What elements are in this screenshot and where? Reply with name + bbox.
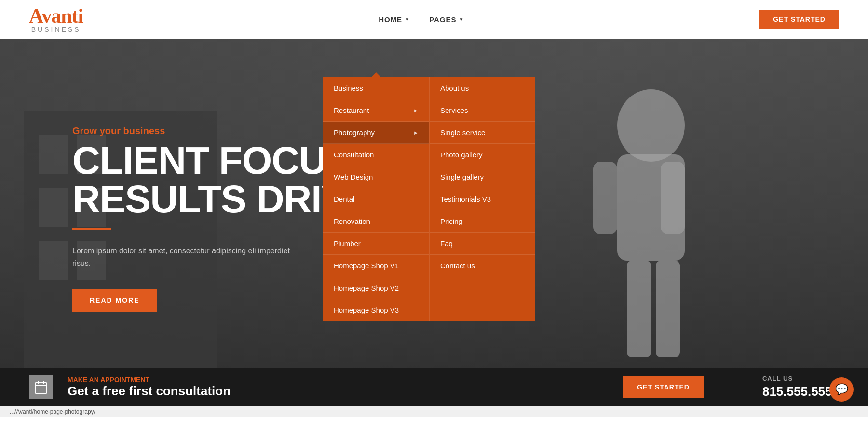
svg-rect-11: [656, 261, 680, 357]
svg-rect-4: [39, 188, 68, 227]
phone-number: 815.555.5555: [762, 384, 839, 399]
nav-pages[interactable]: PAGES ▼: [429, 15, 464, 24]
status-bar: .../Avanti/home-page-photograpy/: [0, 406, 868, 417]
dropdown-menu: Business Restaurant ► Photography ► Cons…: [323, 77, 535, 321]
bottom-get-started-button[interactable]: GET STARTED: [623, 376, 704, 398]
svg-point-8: [617, 89, 685, 162]
call-area: CALL US 815.555.5555: [762, 375, 839, 399]
appointment-label: Make an appointment: [68, 376, 608, 384]
dropdown-arrow-icon: [371, 72, 381, 77]
dropdown-arrow-photography: ►: [413, 130, 419, 136]
hero-content: Grow your business CLIENT FOCUS RESULTS …: [72, 125, 352, 312]
read-more-button[interactable]: READ MORE: [72, 289, 157, 312]
svg-rect-2: [39, 135, 68, 174]
svg-rect-13: [661, 162, 685, 234]
bottom-bar-divider: [733, 375, 733, 399]
hero-title-line1: CLIENT FOCUS: [72, 141, 352, 180]
dropdown-item-shop-v2[interactable]: Homepage Shop V2: [323, 277, 429, 299]
get-started-button[interactable]: GET STARTED: [760, 10, 839, 29]
dropdown-sub-services[interactable]: Services: [430, 99, 535, 122]
hero-section: Grow your business CLIENT FOCUS RESULTS …: [0, 39, 868, 406]
dropdown-main-column: Business Restaurant ► Photography ► Cons…: [323, 77, 429, 321]
chat-button[interactable]: 💬: [829, 377, 854, 402]
svg-rect-6: [39, 241, 68, 280]
svg-rect-14: [35, 383, 47, 393]
appointment-icon: [29, 375, 53, 399]
nav-home[interactable]: HOME ▼: [379, 15, 410, 24]
logo[interactable]: Avanti Business: [29, 6, 83, 33]
dropdown-sub-column: About us Services Single service Photo g…: [429, 77, 535, 321]
logo-name: Avanti: [29, 6, 83, 26]
bottom-bar: Make an appointment Get a free first con…: [0, 368, 868, 406]
dropdown-sub-single-gallery[interactable]: Single gallery: [430, 166, 535, 188]
dropdown-item-restaurant[interactable]: Restaurant ►: [323, 99, 429, 122]
svg-rect-12: [593, 162, 617, 234]
bottom-bar-text: Make an appointment Get a free first con…: [68, 376, 608, 399]
pages-chevron-icon: ▼: [459, 17, 464, 22]
dropdown-item-web-design[interactable]: Web Design: [323, 166, 429, 188]
dropdown-item-renovation[interactable]: Renovation: [323, 210, 429, 233]
dropdown-arrow-restaurant: ►: [413, 108, 419, 113]
logo-subtitle: Business: [29, 26, 83, 33]
dropdown-item-business[interactable]: Business: [323, 77, 429, 99]
dropdown-sub-pricing[interactable]: Pricing: [430, 210, 535, 233]
chat-icon: 💬: [835, 383, 848, 396]
hero-body-text: Lorem ipsum dolor sit amet, consectetur …: [72, 245, 304, 269]
hero-title: CLIENT FOCUS RESULTS DRIV: [72, 141, 352, 219]
dropdown-item-dental[interactable]: Dental: [323, 188, 429, 210]
svg-rect-10: [627, 261, 651, 357]
dropdown-item-plumber[interactable]: Plumber: [323, 233, 429, 255]
consultation-text: Get a free first consultation: [68, 384, 608, 399]
nav: HOME ▼ PAGES ▼: [379, 15, 464, 24]
header: Avanti Business HOME ▼ PAGES ▼ GET START…: [0, 0, 868, 39]
dropdown-sub-photo-gallery[interactable]: Photo gallery: [430, 144, 535, 166]
home-chevron-icon: ▼: [405, 17, 410, 22]
hero-subtitle: Grow your business: [72, 125, 352, 137]
dropdown-sub-contact[interactable]: Contact us: [430, 255, 535, 277]
dropdown-sub-single-service[interactable]: Single service: [430, 122, 535, 144]
dropdown-sub-about[interactable]: About us: [430, 77, 535, 99]
dropdown-sub-faq[interactable]: Faq: [430, 233, 535, 255]
hero-title-line2: RESULTS DRIV: [72, 180, 352, 219]
status-url: .../Avanti/home-page-photograpy/: [10, 408, 95, 415]
dropdown-item-photography[interactable]: Photography ►: [323, 122, 429, 144]
dropdown-item-consultation[interactable]: Consultation: [323, 144, 429, 166]
hero-divider: [72, 228, 111, 230]
dropdown-sub-testimonials[interactable]: Testimonials V3: [430, 188, 535, 210]
dropdown-item-shop-v3[interactable]: Homepage Shop V3: [323, 299, 429, 321]
call-label: CALL US: [762, 375, 839, 382]
dropdown-item-shop-v1[interactable]: Homepage Shop V1: [323, 255, 429, 277]
